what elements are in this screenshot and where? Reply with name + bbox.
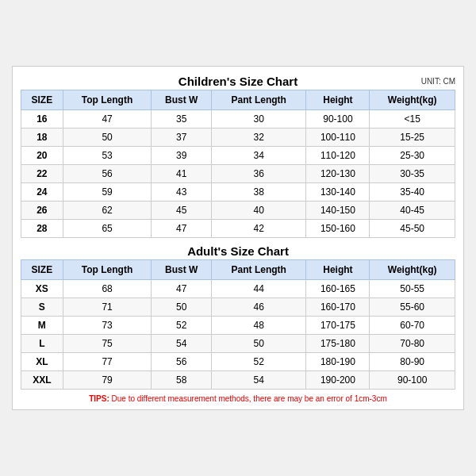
table-row: 18503732100-11015-25 [21,129,455,147]
children-col-size: SIZE [21,90,63,110]
table-cell: M [21,317,63,335]
adults-col-toplength: Top Length [63,260,152,280]
adults-table: SIZE Top Length Bust W Pant Length Heigh… [21,259,455,390]
table-cell: XS [21,280,63,298]
table-cell: 65 [63,220,152,238]
adults-col-weight: Weight(kg) [370,260,455,280]
table-cell: 47 [152,220,212,238]
table-cell: <15 [370,110,455,129]
table-cell: 46 [212,298,306,317]
table-cell: 90-100 [370,371,455,390]
table-cell: 47 [63,110,152,129]
tips-text: Due to different measurement methods, th… [109,394,387,403]
table-cell: 53 [63,147,152,165]
table-cell: 54 [152,335,212,353]
table-cell: 170-175 [306,317,370,335]
table-cell: 52 [212,353,306,371]
table-row: 24594338130-14035-40 [21,183,455,202]
table-cell: 58 [152,371,212,390]
chart-container: Children's Size Chart UNIT: CM SIZE Top … [12,66,464,410]
children-col-weight: Weight(kg) [370,90,455,110]
table-cell: 26 [21,202,63,220]
table-cell: 180-190 [306,353,370,371]
table-cell: 190-200 [306,371,370,390]
table-cell: 32 [212,129,306,147]
table-cell: 25-30 [370,147,455,165]
table-cell: 40 [212,202,306,220]
table-cell: 175-180 [306,335,370,353]
table-cell: 100-110 [306,129,370,147]
table-cell: 24 [21,183,63,202]
children-col-bustw: Bust W [152,90,212,110]
table-row: 26624540140-15040-45 [21,202,455,220]
table-row: M735248170-17560-70 [21,317,455,335]
table-cell: 45 [152,202,212,220]
table-cell: 38 [212,183,306,202]
adults-col-height: Height [306,260,370,280]
table-cell: 130-140 [306,183,370,202]
table-cell: 20 [21,147,63,165]
table-cell: 160-165 [306,280,370,298]
tips-label: TIPS: [89,394,109,403]
table-cell: 50 [212,335,306,353]
adults-col-size: SIZE [21,260,63,280]
adults-col-pantlength: Pant Length [212,260,306,280]
table-row: XS684744160-16550-55 [21,280,455,298]
table-cell: 43 [152,183,212,202]
table-row: L755450175-18070-80 [21,335,455,353]
table-cell: 47 [152,280,212,298]
table-cell: 110-120 [306,147,370,165]
table-cell: 80-90 [370,353,455,371]
table-row: 22564136120-13030-35 [21,165,455,183]
children-col-pantlength: Pant Length [212,90,306,110]
table-row: XXL795854190-20090-100 [21,371,455,390]
table-cell: 39 [152,147,212,165]
adults-header-row: SIZE Top Length Bust W Pant Length Heigh… [21,260,455,280]
table-cell: 79 [63,371,152,390]
table-row: 1647353090-100<15 [21,110,455,129]
table-cell: XL [21,353,63,371]
table-cell: 60-70 [370,317,455,335]
table-row: 20533934110-12025-30 [21,147,455,165]
table-cell: S [21,298,63,317]
table-cell: 34 [212,147,306,165]
children-col-toplength: Top Length [63,90,152,110]
table-cell: 40-45 [370,202,455,220]
table-cell: XXL [21,371,63,390]
table-cell: 35-40 [370,183,455,202]
table-cell: 56 [63,165,152,183]
table-row: XL775652180-19080-90 [21,353,455,371]
table-cell: 55-60 [370,298,455,317]
table-cell: 150-160 [306,220,370,238]
table-cell: 36 [212,165,306,183]
table-cell: 120-130 [306,165,370,183]
table-cell: 52 [152,317,212,335]
table-cell: 56 [152,353,212,371]
table-cell: 18 [21,129,63,147]
table-cell: 35 [152,110,212,129]
children-title: Children's Size Chart [178,75,298,88]
table-cell: 50 [152,298,212,317]
table-cell: 160-170 [306,298,370,317]
table-cell: 28 [21,220,63,238]
table-cell: 59 [63,183,152,202]
table-cell: 50 [63,129,152,147]
table-cell: 30 [212,110,306,129]
unit-label: UNIT: CM [421,77,455,86]
table-cell: 62 [63,202,152,220]
tips-row: TIPS: Due to different measurement metho… [21,394,455,403]
table-cell: 54 [212,371,306,390]
table-cell: 37 [152,129,212,147]
table-cell: 15-25 [370,129,455,147]
table-cell: 75 [63,335,152,353]
children-col-height: Height [306,90,370,110]
table-row: 28654742150-16045-50 [21,220,455,238]
table-cell: 140-150 [306,202,370,220]
table-cell: 90-100 [306,110,370,129]
table-cell: 71 [63,298,152,317]
table-cell: 48 [212,317,306,335]
divider [21,238,455,244]
table-cell: 22 [21,165,63,183]
adults-title-row: Adult's Size Chart [21,244,455,258]
table-cell: 45-50 [370,220,455,238]
